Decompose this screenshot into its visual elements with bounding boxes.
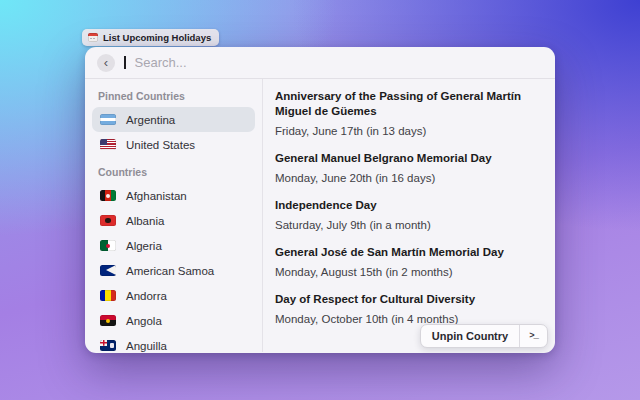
holiday-detail-panel: Anniversary of the Passing of General Ma… [263, 79, 555, 352]
holiday-date: Monday, June 20th (in 16 days) [275, 171, 543, 185]
section-header-pinned: Pinned Countries [98, 87, 249, 105]
anguilla-flag-icon [100, 340, 116, 351]
chevron-left-icon: ‹ [104, 56, 108, 69]
country-label: Albania [126, 215, 164, 227]
sidebar-item-andorra[interactable]: Andorra [92, 283, 255, 308]
country-label: Anguilla [126, 340, 167, 352]
country-label: United States [126, 139, 195, 151]
sidebar-item-united-states[interactable]: United States [92, 132, 255, 157]
sidebar-item-albania[interactable]: Albania [92, 208, 255, 233]
holiday-title: General José de San Martín Memorial Day [275, 245, 543, 260]
country-label: Andorra [126, 290, 167, 302]
holiday-title: General Manuel Belgrano Memorial Day [275, 151, 543, 166]
sidebar-item-american-samoa[interactable]: American Samoa [92, 258, 255, 283]
search-bar: ‹ [85, 47, 555, 79]
holiday-title: Independence Day [275, 198, 543, 213]
command-pill: List Upcoming Holidays [82, 29, 219, 46]
afghanistan-flag-icon [100, 190, 116, 201]
holiday-title: Day of Respect for Cultural Diversity [275, 292, 543, 307]
sidebar-item-afghanistan[interactable]: Afghanistan [92, 183, 255, 208]
search-input[interactable] [135, 55, 544, 70]
content-area: Pinned Countries Argentina United States… [85, 79, 555, 352]
american-samoa-flag-icon [100, 265, 116, 276]
action-bar: Unpin Country >_ [420, 324, 548, 348]
holiday-entry: Day of Respect for Cultural Diversity Mo… [275, 292, 543, 326]
terminal-prompt-icon: >_ [529, 331, 538, 341]
unpin-country-button[interactable]: Unpin Country [421, 325, 519, 347]
section-header-countries: Countries [98, 163, 249, 181]
command-pill-label: List Upcoming Holidays [103, 32, 211, 43]
text-caret [124, 56, 126, 69]
launcher-window: ‹ Pinned Countries Argentina United Stat… [85, 47, 555, 353]
country-label: Argentina [126, 114, 175, 126]
country-sidebar: Pinned Countries Argentina United States… [85, 79, 263, 352]
holiday-entry: General José de San Martín Memorial Day … [275, 245, 543, 279]
sidebar-item-algeria[interactable]: Algeria [92, 233, 255, 258]
back-button[interactable]: ‹ [97, 54, 115, 72]
actions-menu-button[interactable]: >_ [520, 325, 547, 347]
country-label: American Samoa [126, 265, 214, 277]
holiday-title: Anniversary of the Passing of General Ma… [275, 89, 543, 119]
country-label: Angola [126, 315, 162, 327]
country-label: Afghanistan [126, 190, 187, 202]
country-label: Algeria [126, 240, 162, 252]
holiday-entry: Independence Day Saturday, July 9th (in … [275, 198, 543, 232]
united-states-flag-icon [100, 139, 116, 150]
holiday-date: Friday, June 17th (in 13 days) [275, 124, 543, 138]
algeria-flag-icon [100, 240, 116, 251]
holiday-date: Monday, August 15th (in 2 months) [275, 265, 543, 279]
sidebar-item-argentina[interactable]: Argentina [92, 107, 255, 132]
holiday-entry: General Manuel Belgrano Memorial Day Mon… [275, 151, 543, 185]
sidebar-item-anguilla[interactable]: Anguilla [92, 333, 255, 352]
holiday-date: Saturday, July 9th (in a month) [275, 218, 543, 232]
calendar-icon [88, 33, 98, 42]
angola-flag-icon [100, 315, 116, 326]
argentina-flag-icon [100, 114, 116, 125]
sidebar-item-angola[interactable]: Angola [92, 308, 255, 333]
holiday-entry: Anniversary of the Passing of General Ma… [275, 89, 543, 138]
andorra-flag-icon [100, 290, 116, 301]
albania-flag-icon [100, 215, 116, 226]
